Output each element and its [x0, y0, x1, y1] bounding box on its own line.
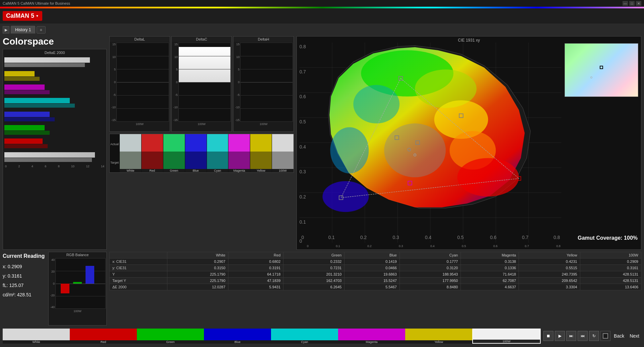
delta-l-plot: 151050-5-10-15: [110, 42, 170, 122]
table-row: Target Y225.179047.1839162.470315.524717…: [110, 278, 641, 284]
svg-text:0.8: 0.8: [553, 235, 560, 240]
rgb-balance-plot: 40200-20-40: [49, 257, 106, 309]
cs-100w-color: [473, 329, 540, 340]
row-label: x: CIE31: [110, 258, 167, 265]
swatch-blue-label: Blue: [185, 169, 207, 172]
target-label: Target: [110, 161, 119, 164]
logo-dropdown-arrow: ▼: [36, 14, 39, 18]
bar-cyan-pair: [4, 98, 105, 108]
cie-svg: 0 0.1 0.2 0.3 0.4 0.5 0.6 0.7 0.8 0.8 0.…: [297, 43, 564, 243]
cs-magenta[interactable]: Magenta: [338, 329, 405, 344]
fl-reading: fL: 125.07: [3, 281, 46, 290]
tab-nav-arrow[interactable]: ▶: [3, 26, 9, 34]
table-row: x: CIE310.29070.68020.23320.14190.17770.…: [110, 258, 641, 265]
cs-white[interactable]: White: [3, 329, 70, 344]
svg-text:0.7: 0.7: [300, 69, 306, 74]
nav-record-btn[interactable]: ⏹: [543, 331, 553, 341]
row-cell: 201.3210: [283, 271, 344, 278]
svg-point-20: [457, 158, 519, 196]
delta-l-yaxis: 151050-5-10-15: [110, 43, 116, 122]
table-row: Y225.179064.1718201.321019.6863188.95437…: [110, 271, 641, 278]
nav-back-btn[interactable]: ⏮: [578, 331, 588, 341]
nav-square-icon: [603, 333, 608, 339]
cs-blue[interactable]: Blue: [204, 329, 271, 344]
current-reading-values: x: 0.2909 y: 0.3161 fL: 125.07 cd/m²: 42…: [3, 262, 46, 299]
cs-green[interactable]: Green: [137, 329, 204, 344]
svg-text:0.7: 0.7: [522, 235, 528, 240]
cs-cyan[interactable]: Cyan: [271, 329, 338, 344]
tab-history1[interactable]: History 1: [11, 26, 35, 34]
cs-blue-label: Blue: [204, 340, 271, 344]
row-cell: 0.2332: [283, 258, 344, 265]
row-label: Target Y: [110, 278, 167, 284]
row-label: ΔE 2000: [110, 284, 167, 290]
back-label: Back: [614, 333, 624, 339]
cs-100w-label: 100W: [473, 340, 540, 343]
svg-text:0.1: 0.1: [300, 220, 306, 225]
y-value: 0.3161: [8, 273, 22, 279]
row-cell: 62.7087: [461, 278, 519, 284]
rgb-blue-bar: [86, 266, 95, 283]
close-btn[interactable]: ✕: [636, 1, 641, 6]
table-row: ΔE 200012.02875.94316.26455.54678.84804.…: [110, 284, 641, 290]
cs-yellow[interactable]: Yellow: [405, 329, 472, 344]
row-cell: 0.2907: [167, 258, 228, 265]
current-reading: Current Reading x: 0.2909 y: 0.3161 fL: …: [3, 252, 46, 326]
swatch-white-target: [120, 152, 141, 169]
nav-fwd-btn[interactable]: ↻: [589, 331, 599, 341]
row-cell: 428.5131: [580, 271, 641, 278]
delta-c-plot: 151050-5-10-15: [172, 42, 232, 122]
cs-red[interactable]: Red: [70, 329, 137, 344]
bar-100w-pair: [4, 152, 105, 162]
color-swatches: Actual Target White Red: [109, 134, 294, 173]
cs-white-color: [3, 329, 70, 340]
delta-l-xlabel: 100W: [110, 122, 170, 126]
nav-buttons: ⏹ ▶ ⏭ ⏮ ↻ Back Next: [541, 331, 641, 341]
calman-logo[interactable]: CalMAN 5 ▼: [3, 11, 42, 21]
delta-c-zero-line: [179, 82, 231, 82]
next-btn[interactable]: Next: [628, 333, 641, 339]
swatch-green-label: Green: [163, 169, 185, 172]
maximize-btn[interactable]: □: [629, 1, 635, 6]
rgb-balance-title: RGB Balance: [49, 252, 106, 257]
bar-cyan-target: [4, 104, 75, 108]
data-table-container: White Red Green Blue Cyan Magenta Yellow…: [109, 252, 641, 326]
color-selector-bar[interactable]: White Red Green Blue Cyan Magenta: [3, 329, 541, 344]
left-column: Colorspace DeltaE 2000: [3, 36, 107, 250]
delta-h-yaxis: 151050-5-10-15: [234, 43, 240, 122]
deltae-plot: [4, 56, 105, 163]
cdm2-label: cd/m²:: [3, 292, 16, 297]
cs-red-color: [70, 329, 137, 340]
cs-green-color: [137, 329, 204, 340]
row-cell: 0.3120: [399, 265, 461, 271]
svg-text:0.1: 0.1: [328, 235, 335, 240]
swatch-magenta-actual: [228, 134, 250, 152]
nav-play-btn[interactable]: ▶: [555, 331, 565, 341]
swatch-100w-target: [272, 152, 293, 169]
svg-text:0.6: 0.6: [490, 235, 496, 240]
logo-text: CalMAN 5: [6, 12, 34, 19]
svg-point-22: [330, 127, 369, 174]
delta-l-zero-line: [117, 82, 169, 82]
svg-text:0.2: 0.2: [360, 235, 367, 240]
swatch-blue-target: [185, 152, 207, 169]
window-controls[interactable]: — □ ✕: [623, 1, 641, 6]
top-section: Colorspace DeltaE 2000: [3, 36, 641, 250]
swatches-container: White Red Green: [120, 134, 293, 172]
bar-yellow-target: [4, 77, 40, 81]
minimize-btn[interactable]: —: [623, 1, 628, 6]
back-btn[interactable]: Back: [612, 333, 626, 339]
delta-l-area: [116, 43, 169, 122]
cs-100w[interactable]: 100W: [472, 329, 541, 344]
nav-skip-btn[interactable]: ⏭: [566, 331, 576, 341]
tab-add-btn[interactable]: +: [37, 26, 45, 34]
row-cell: 5.5467: [344, 284, 399, 290]
row-cell: 4.6637: [461, 284, 519, 290]
swatch-100w-label: 100W: [272, 169, 293, 172]
delta-c-yaxis: 151050-5-10-15: [172, 43, 178, 122]
row-cell: 162.4703: [283, 278, 344, 284]
row-cell: 3.3304: [519, 284, 580, 290]
bar-blue-pair: [4, 112, 105, 121]
nav-square-btn[interactable]: [600, 331, 610, 341]
delta-l-title: DeltaL: [110, 37, 170, 42]
